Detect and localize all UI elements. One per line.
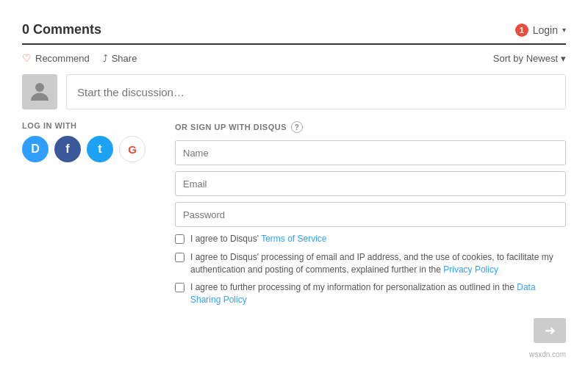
signup-label: OR SIGN UP WITH DISQUS ? [175,121,566,133]
sort-area[interactable]: Sort by Newest ▾ [493,53,566,64]
share-button[interactable]: ⤴ Share [103,53,137,64]
signup-section: OR SIGN UP WITH DISQUS ? I agree to Disq… [175,121,566,343]
avatar [22,74,57,109]
share-icon: ⤴ [103,53,108,64]
sort-chevron: ▾ [561,53,566,64]
help-icon[interactable]: ? [291,121,303,133]
twitter-icon[interactable]: t [87,136,113,162]
checkbox-row-1: I agree to Disqus' Terms of Service [175,233,566,245]
watermark: wsxdn.com [22,350,566,358]
google-icon[interactable]: G [119,136,146,162]
checkbox-privacy[interactable] [175,253,184,262]
heart-icon: ♡ [22,52,32,64]
facebook-icon[interactable]: f [54,136,81,162]
privacy-link[interactable]: Privacy Policy [443,264,498,275]
submit-button[interactable]: ➜ [534,318,566,343]
social-icons: D f t G [22,136,146,162]
password-input[interactable] [175,202,566,227]
checkbox-row-2: I agree to Disqus' processing of email a… [175,251,566,276]
recommend-button[interactable]: ♡ Recommend [22,52,90,64]
login-chevron: ▾ [562,26,566,34]
login-link[interactable]: Login [533,24,558,36]
avatar-icon [26,79,53,105]
header-row: 0 Comments 1 Login ▾ [22,22,566,45]
login-section-label: LOG IN WITH [22,121,77,130]
checkbox-tos-text: I agree to Disqus' Terms of Service [190,233,326,245]
comment-input-row [22,74,566,109]
disqus-widget: 0 Comments 1 Login ▾ ♡ Recommend ⤴ Share… [7,15,581,366]
comment-input[interactable] [66,74,566,109]
login-area: 1 Login ▾ [515,24,566,37]
svg-point-0 [35,83,44,92]
toolbar-left: ♡ Recommend ⤴ Share [22,52,137,64]
email-input[interactable] [175,171,566,196]
toolbar-row: ♡ Recommend ⤴ Share Sort by Newest ▾ [22,52,566,64]
login-badge: 1 [515,24,528,37]
log-in-with: LOG IN WITH D f t G [22,121,146,343]
disqus-icon[interactable]: D [22,136,49,162]
tos-link[interactable]: Terms of Service [261,234,326,244]
comments-count: 0 Comments [22,22,101,37]
checkbox-row-3: I agree to further processing of my info… [175,281,566,306]
recommend-label: Recommend [35,53,90,64]
submit-row: ➜ [175,318,566,343]
checkbox-data-sharing[interactable] [175,283,184,292]
sort-label: Sort by Newest [493,53,558,64]
checkbox-tos[interactable] [175,234,184,244]
name-input[interactable] [175,140,566,165]
share-label: Share [112,53,137,64]
checkbox-data-sharing-text: I agree to further processing of my info… [190,281,566,306]
checkbox-privacy-text: I agree to Disqus' processing of email a… [190,251,566,276]
signin-section: LOG IN WITH D f t G OR SIGN UP WITH DISQ… [22,121,566,343]
